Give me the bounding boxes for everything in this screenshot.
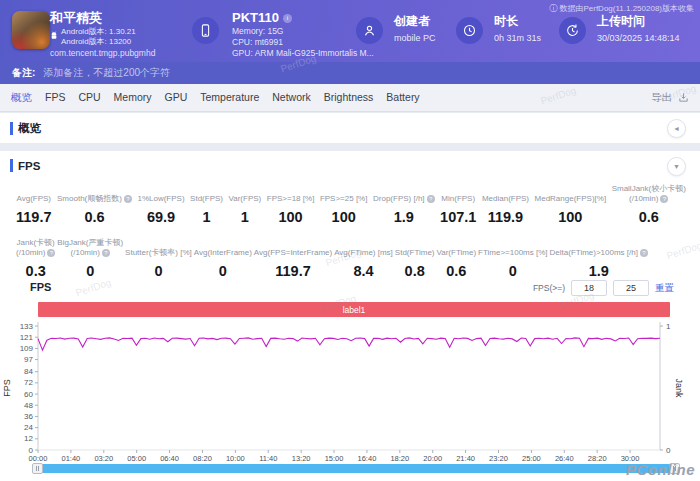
stat-Var(FTime): Var(FTime)0.6 <box>437 237 477 279</box>
svg-text:13:20: 13:20 <box>292 454 311 463</box>
note-label: 备注: <box>12 66 35 80</box>
svg-text:23:20: 23:20 <box>489 454 508 463</box>
tab-FPS[interactable]: FPS <box>45 84 65 111</box>
svg-text:97: 97 <box>24 355 33 364</box>
svg-text:15:00: 15:00 <box>325 454 344 463</box>
svg-text:28:20: 28:20 <box>588 454 607 463</box>
fps-filter: FPS(>=) 重置 <box>533 280 674 296</box>
tab-Battery[interactable]: Battery <box>386 84 419 111</box>
tab-概览[interactable]: 概览 <box>11 84 32 111</box>
stat-value: 0.8 <box>395 263 435 279</box>
device-gpu: GPU: ARM Mali-G925-Immortalis M... <box>232 48 374 58</box>
device-info-badge-icon[interactable]: i <box>283 14 292 23</box>
upload-time-value: 30/03/2025 14:48:14 <box>597 33 680 43</box>
stats-row-2: Jank(卡顿)(/10min)?0.3BigJank(严重卡顿)(/10min… <box>16 237 648 279</box>
info-icon[interactable]: ? <box>47 249 55 257</box>
stat-Avg(InterFrame): Avg(InterFrame)0 <box>194 237 252 279</box>
svg-text:30:00: 30:00 <box>621 454 640 463</box>
stat-Median(FPS): Median(FPS)119.9 <box>482 183 529 225</box>
header: 和平精英 Android版本: 1.30.21 Android版本: 13200… <box>0 0 700 62</box>
duration-value: 0h 31m 31s <box>494 33 541 43</box>
stat-value: 0 <box>194 263 252 279</box>
stat-FTime>=100ms [%]: FTime>=100ms [%]0 <box>478 237 548 279</box>
stat-BigJank(严重卡顿): BigJank(严重卡顿)(/10min)?0 <box>57 237 123 279</box>
jank-axis-label: Jank <box>674 378 684 398</box>
stats-row-1: Avg(FPS)119.7Smooth(顺畅指数)?0.61%Low(FPS)6… <box>16 183 686 225</box>
svg-text:01:40: 01:40 <box>62 454 81 463</box>
svg-text:05:00: 05:00 <box>127 454 146 463</box>
svg-text:0: 0 <box>666 446 671 455</box>
svg-text:21:40: 21:40 <box>456 454 475 463</box>
info-icon[interactable]: ? <box>640 249 648 257</box>
svg-text:00:00: 00:00 <box>29 454 48 463</box>
tab-Network[interactable]: Network <box>272 84 311 111</box>
fps-section-title: FPS <box>10 159 40 172</box>
device-model: PKT110i <box>232 10 292 25</box>
device-memory: Memory: 15G <box>232 26 284 36</box>
stat-value: 0 <box>57 263 123 279</box>
stat-value: 0.6 <box>437 263 477 279</box>
stat-value: 0 <box>125 263 192 279</box>
svg-text:60: 60 <box>24 390 33 399</box>
reset-button[interactable]: 重置 <box>655 282 674 295</box>
stat-Avg(FPS): Avg(FPS)119.7 <box>16 183 52 225</box>
stat-FPS>=25 [%]: FPS>=25 [%]100 <box>320 183 368 225</box>
svg-text:25:00: 25:00 <box>522 454 541 463</box>
stat-value: 0 <box>478 263 548 279</box>
chart-scrollbar[interactable] <box>36 464 676 473</box>
stat-value: 69.9 <box>137 209 184 225</box>
tab-Memory[interactable]: Memory <box>114 84 152 111</box>
stat-Min(FPS): Min(FPS)107.1 <box>440 183 476 225</box>
stat-value: 119.7 <box>254 263 332 279</box>
note-input[interactable]: 添加备注，不超过200个字符 <box>43 66 170 80</box>
stat-value: 1 <box>229 209 262 225</box>
tab-Brightness[interactable]: Brightness <box>324 84 374 111</box>
fps-threshold-input-1[interactable] <box>571 280 607 296</box>
note-bar: 备注: 添加备注，不超过200个字符 <box>0 62 700 84</box>
info-icon[interactable]: ? <box>660 195 668 203</box>
export-button[interactable]: 导出 <box>651 84 672 111</box>
stat-Smooth(顺畅指数): Smooth(顺畅指数)?0.6 <box>57 183 132 225</box>
fps-axis-label: FPS <box>2 379 12 397</box>
stat-value: 107.1 <box>440 209 476 225</box>
app-package: com.tencent.tmgp.pubgmhd <box>50 48 155 58</box>
collapse-down-icon[interactable]: ▼ <box>667 157 686 176</box>
svg-text:06:40: 06:40 <box>160 454 179 463</box>
stat-value: 1.9 <box>550 263 648 279</box>
creator-icon <box>356 17 383 44</box>
stat-Avg(FPS=InterFrame): Avg(FPS=InterFrame)119.7 <box>254 237 332 279</box>
info-icon[interactable]: ? <box>124 195 132 203</box>
stat-value: 0.3 <box>16 263 55 279</box>
tab-CPU[interactable]: CPU <box>78 84 100 111</box>
info-icon[interactable]: ? <box>427 195 435 203</box>
svg-text:10:00: 10:00 <box>226 454 245 463</box>
export-icon[interactable] <box>678 92 689 103</box>
svg-text:36: 36 <box>24 412 33 421</box>
right-scroll-handle[interactable] <box>669 463 680 474</box>
tab-GPU[interactable]: GPU <box>165 84 188 111</box>
stat-value: 100 <box>320 209 368 225</box>
fps-threshold-input-2[interactable] <box>613 280 649 296</box>
tab-Temperature[interactable]: Temperature <box>200 84 259 111</box>
perfdog-version-note: ⓘ 数据由PerfDog(11.1.250208)版本收集 <box>549 3 694 14</box>
stat-value: 1 <box>190 209 223 225</box>
svg-text:08:20: 08:20 <box>193 454 212 463</box>
svg-text:109: 109 <box>20 344 34 353</box>
overview-title: 概览 <box>10 121 41 136</box>
stat-value: 0.6 <box>57 209 132 225</box>
collapse-left-icon[interactable]: ◄ <box>667 119 686 138</box>
stat-value: 1.9 <box>373 209 435 225</box>
phone-icon <box>192 17 219 44</box>
left-scroll-handle[interactable] <box>32 463 43 474</box>
label1-banner[interactable]: label1 <box>38 302 670 317</box>
svg-text:24: 24 <box>24 423 33 432</box>
svg-text:1: 1 <box>666 322 671 331</box>
svg-text:72: 72 <box>24 378 33 387</box>
stat-Stutter(卡顿率) [%]: Stutter(卡顿率) [%]0 <box>125 237 192 279</box>
info-icon[interactable]: ? <box>102 249 110 257</box>
fps-chart-title: FPS <box>30 281 51 293</box>
clock-icon <box>456 17 483 44</box>
stat-value: 8.4 <box>334 263 393 279</box>
svg-text:48: 48 <box>24 401 33 410</box>
accent-bar <box>10 122 13 135</box>
